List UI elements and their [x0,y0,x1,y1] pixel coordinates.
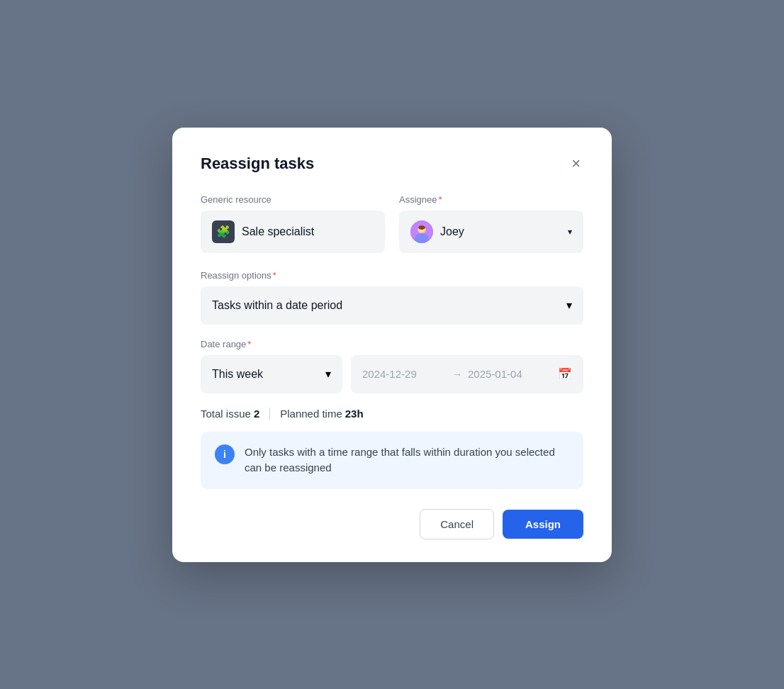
planned-time-label: Planned time [280,408,342,420]
date-range-row: This week ▾ 2024-12-29 → 2025-01-04 📅 [201,355,583,393]
assign-button[interactable]: Assign [503,510,583,539]
generic-resource-box: 🧩 Sale specialist [201,211,385,253]
calendar-icon: 📅 [558,367,572,381]
assignee-chevron-icon: ▾ [568,227,572,237]
total-issue-value: 2 [254,408,259,420]
date-preset-chevron-icon: ▾ [325,367,331,381]
date-preset-value: This week [212,368,263,381]
resource-assignee-row: Generic resource 🧩 Sale specialist Assig… [201,194,583,253]
reassign-options-required-star: * [273,270,276,281]
generic-resource-value: Sale specialist [242,225,314,238]
generic-resource-field: Generic resource 🧩 Sale specialist [201,194,385,253]
puzzle-icon: 🧩 [212,220,235,243]
assignee-value: Joey [440,225,561,238]
stats-row: Total issue 2 Planned time 23h [201,408,583,420]
avatar [410,220,433,243]
assignee-label: Assignee * [399,194,583,205]
svg-point-4 [418,225,425,230]
assignee-dropdown[interactable]: Joey ▾ [399,211,583,253]
total-issue-label: Total issue [201,408,251,420]
date-start: 2024-12-29 [362,368,447,380]
info-message: Only tasks with a time range that falls … [245,444,569,476]
date-preset-dropdown[interactable]: This week ▾ [201,355,342,393]
date-range-label: Date range * [201,339,583,349]
date-end: 2025-01-04 [468,368,552,380]
date-arrow-icon: → [452,369,462,380]
info-box: i Only tasks with a time range that fall… [201,432,583,489]
reassign-options-label: Reassign options * [201,270,583,281]
cancel-button[interactable]: Cancel [420,509,494,539]
date-range-section: Date range * This week ▾ 2024-12-29 → 20… [201,339,583,393]
stats-divider [269,408,270,420]
date-range-required-star: * [247,339,251,349]
actions-row: Cancel Assign [201,509,583,539]
modal-header: Reassign tasks × [201,153,583,174]
reassign-options-value: Tasks within a date period [212,299,342,312]
close-button[interactable]: × [569,153,583,174]
date-range-input[interactable]: 2024-12-29 → 2025-01-04 📅 [351,355,583,393]
assignee-required-star: * [438,194,442,205]
modal-title: Reassign tasks [201,155,314,173]
info-icon: i [215,444,235,464]
reassign-options-dropdown[interactable]: Tasks within a date period ▾ [201,286,583,325]
generic-resource-label: Generic resource [201,194,385,205]
reassign-options-chevron-icon: ▾ [566,298,572,312]
reassign-tasks-modal: Reassign tasks × Generic resource 🧩 Sale… [172,128,612,562]
planned-time-value: 23h [345,408,364,420]
assignee-field: Assignee * Joey ▾ [399,194,583,253]
reassign-options-section: Reassign options * Tasks within a date p… [201,270,583,325]
